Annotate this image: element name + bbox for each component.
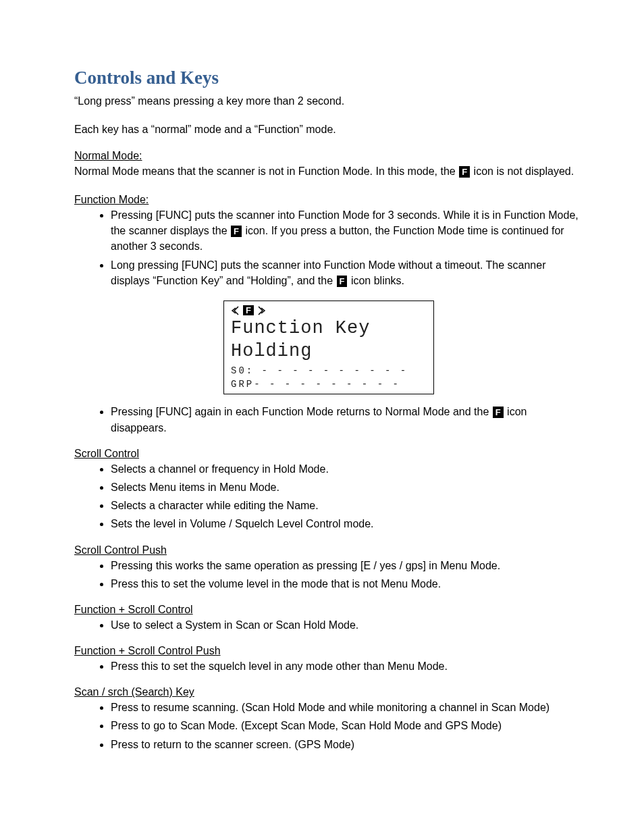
lcd-line-2: Holding [231,340,427,363]
scan-srch-key-heading: Scan / srch (Search) Key [74,686,583,698]
f-icon: F [337,276,348,287]
function-scroll-control-list: Use to select a System in Scan or Scan H… [74,617,583,633]
lcd-display: F Function Key Holding S0: - - - - - - -… [223,301,434,395]
function-mode-list-2: Pressing [FUNC] again in each Function M… [74,404,583,435]
list-item: Use to select a System in Scan or Scan H… [111,617,583,633]
intro-paragraph-1: “Long press” means pressing a key more t… [74,94,583,109]
list-item: Selects a character while editing the Na… [111,498,583,513]
list-item: Pressing this works the same operation a… [111,558,583,573]
list-item: Pressing [FUNC] puts the scanner into Fu… [111,207,583,255]
document-page: Controls and Keys “Long press” means pre… [0,0,644,805]
f-icon: F [231,226,242,237]
intro-paragraph-2: Each key has a “normal” mode and a “Func… [74,122,583,137]
transmit-right-icon [257,305,266,316]
lcd-s0-line: S0: - - - - - - - - - - [231,365,427,376]
scan-srch-key-list: Press to resume scanning. (Scan Hold Mod… [74,700,583,752]
bullet-text-a: Long pressing [FUNC] puts the scanner in… [111,259,546,286]
scan-srch-key-section: Scan / srch (Search) Key Press to resume… [74,686,583,752]
list-item: Selects a channel or frequency in Hold M… [111,461,583,477]
normal-mode-section: Normal Mode: Normal Mode means that the … [74,150,583,180]
f-icon: F [243,305,254,315]
scroll-control-push-list: Pressing this works the same operation a… [74,558,583,592]
list-item: Press to resume scanning. (Scan Hold Mod… [111,700,583,715]
list-item: Press to go to Scan Mode. (Except Scan M… [111,718,583,733]
scroll-control-push-section: Scroll Control Push Pressing this works … [74,544,583,592]
list-item: Press this to set the squelch level in a… [111,658,583,674]
normal-mode-text-b: icon is not displayed. [471,165,574,177]
list-item: Pressing [FUNC] again in each Function M… [111,404,583,435]
normal-mode-text-a: Normal Mode means that the scanner is no… [74,165,458,177]
normal-mode-heading: Normal Mode: [74,150,583,162]
scroll-control-heading: Scroll Control [74,448,583,460]
normal-mode-text: Normal Mode means that the scanner is no… [74,165,574,177]
scroll-control-push-heading: Scroll Control Push [74,544,583,556]
function-scroll-control-heading: Function + Scroll Control [74,604,583,616]
list-item: Press this to set the volume level in th… [111,576,583,592]
scroll-control-section: Scroll Control Selects a channel or freq… [74,448,583,532]
bullet-text-a: Pressing [FUNC] again in each Function M… [111,406,492,417]
function-scroll-control-push-section: Function + Scroll Control Push Press thi… [74,645,583,674]
lcd-line-1: Function Key [231,317,427,340]
function-scroll-control-push-heading: Function + Scroll Control Push [74,645,583,657]
function-mode-section: Function Mode: Pressing [FUNC] puts the … [74,194,583,436]
f-icon: F [493,407,504,418]
page-title: Controls and Keys [74,68,583,88]
scroll-control-list: Selects a channel or frequency in Hold M… [74,461,583,532]
function-scroll-control-section: Function + Scroll Control Use to select … [74,604,583,633]
list-item: Sets the level in Volume / Squelch Level… [111,516,583,531]
f-icon: F [459,166,470,178]
lcd-top-row: F [231,305,427,316]
list-item: Long pressing [FUNC] puts the scanner in… [111,257,583,288]
lcd-grp-line: GRP- - - - - - - - - - [231,379,427,390]
transmit-left-icon [231,305,240,316]
list-item: Selects Menu items in Menu Mode. [111,479,583,495]
bullet-text-b: icon blinks. [348,275,404,286]
list-item: Press to return to the scanner screen. (… [111,737,583,752]
function-mode-heading: Function Mode: [74,194,583,206]
function-scroll-control-push-list: Press this to set the squelch level in a… [74,658,583,674]
function-mode-list: Pressing [FUNC] puts the scanner into Fu… [74,207,583,288]
